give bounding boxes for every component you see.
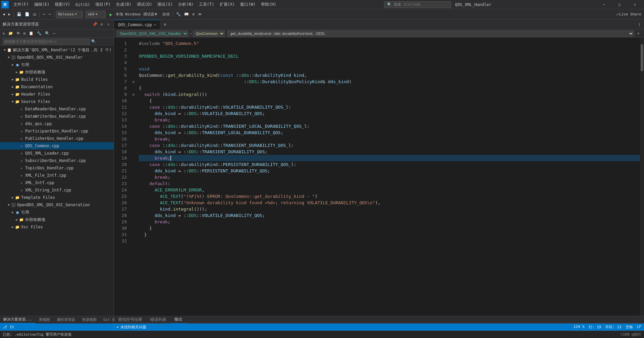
sb-collapse-icon[interactable]: ⊟ — [22, 30, 27, 37]
file-ddsqos[interactable]: ✦ dds_qos.cpp — [0, 120, 114, 127]
btab-output[interactable]: 输出 — [170, 316, 186, 323]
menu-debug[interactable]: 调试(D) — [134, 0, 155, 9]
toolbar-undo[interactable]: ↩ — [42, 11, 47, 18]
gutter-18 — [131, 149, 136, 155]
file-participantqos[interactable]: ✦ ParticipantQos_Handler.cpp — [0, 127, 114, 135]
file-qoscommon[interactable]: ✦ QOS_Common.cpp — [0, 142, 114, 150]
class-select[interactable]: QosCommon — [193, 31, 225, 37]
code-line-10: { — [139, 98, 640, 104]
btab-findsymbols[interactable]: 查找符号结果 — [114, 316, 146, 323]
tab-qoscommon[interactable]: QOS_Common.cpp ✕ — [114, 20, 160, 29]
menu-test[interactable]: 测试(S) — [155, 0, 175, 9]
sb-wrench-icon[interactable]: 🔧 — [36, 30, 43, 37]
file-subscriberqos[interactable]: ✦ SubscriberQos_Handler.cpp — [0, 157, 114, 164]
toolbar-save3[interactable]: 🗂 — [32, 11, 38, 18]
sb-show-all-icon[interactable]: 👁 — [15, 30, 21, 37]
menu-file[interactable]: 文件(F) — [11, 0, 32, 9]
header-files-folder[interactable]: ▶ 📁 Header Files — [0, 91, 114, 98]
global-search[interactable]: 🔍 搜索 (Ctrl+Q) — [384, 1, 451, 8]
ref-folder[interactable]: ▶ ■ 引用 — [0, 61, 114, 68]
sidebar-search-btn[interactable]: 🔍 — [91, 39, 96, 44]
gutter-26 — [131, 200, 136, 206]
toolbar-book[interactable]: 📖 — [183, 11, 190, 18]
tab-qoscommon-close[interactable]: ✕ — [154, 23, 156, 26]
sidebar-close-icon[interactable]: ✕ — [106, 22, 111, 27]
file-publisherqos[interactable]: ✦ PublisherQos_Handler.cpp — [0, 135, 114, 142]
maximize-button[interactable]: □ — [612, 0, 627, 9]
sb-tab-resview[interactable]: 资源视图 — [78, 316, 100, 324]
source-files-folder[interactable]: ▼ 📁 Source Files — [0, 98, 114, 105]
vertical-scrollbar[interactable] — [640, 38, 644, 316]
toolbar-save[interactable]: 💾 — [15, 11, 23, 18]
file-datareaderqos[interactable]: ✦ DataReaderQos_Handler.cpp — [0, 105, 114, 113]
git-branch-label: It — [10, 325, 14, 329]
menu-help[interactable]: 帮助(H) — [258, 0, 279, 9]
tab-scroll-right[interactable]: ⟩ — [635, 20, 644, 29]
sidebar-settings-icon[interactable]: ⚙ — [99, 22, 104, 27]
toolbar-tools[interactable]: 🔧 — [175, 11, 182, 18]
code-line-24: ACE_ERROR(LM_ERROR, — [139, 187, 640, 193]
file-topicqos[interactable]: ✦ TopicQos_Handler.cpp — [0, 164, 114, 172]
menu-edit[interactable]: 编辑(E) — [32, 0, 52, 9]
run-button[interactable]: ▶ — [108, 11, 114, 18]
new-tab-button[interactable]: ⊕ — [160, 20, 170, 29]
solution-root[interactable]: ▼ 📋 解决方案'QOS_XML_Handler'(2 个项目，共 2 个) — [0, 46, 114, 54]
documentation-folder[interactable]: ▶ 📁 Documentation — [0, 83, 114, 91]
live-share-button[interactable]: ↗ Live Share — [615, 11, 643, 18]
close-button[interactable]: ✕ — [627, 0, 643, 9]
config-dropdown[interactable]: Release ▼ — [56, 11, 83, 18]
sb-folder-icon[interactable]: 📁 — [7, 30, 14, 37]
file-xmlfileintf[interactable]: ✦ XML_File_Intf.cpp — [0, 172, 114, 179]
btab-errorlist[interactable]: 错误列表 — [146, 316, 170, 323]
file-datawriterqos[interactable]: ✦ DataWriterQos_Handler.cpp — [0, 113, 114, 120]
sb-tab-classview[interactable]: 类视图 — [36, 316, 53, 324]
code-line-20: case ::dds::durabilityKind::PERSISTENT_D… — [139, 161, 640, 168]
toolbar-save2[interactable]: 📄 — [23, 11, 31, 18]
method-select[interactable]: get_durability_kind(const ::dds::durabil… — [227, 31, 634, 37]
project2[interactable]: ▼ ⬛ OpenDDS_XML_QOS_XSC_Generation — [0, 201, 114, 209]
debugger-dropdown[interactable]: 本地 Windows 调试器 ▼ — [114, 11, 158, 18]
toolbar-forward[interactable]: ▶ — [7, 11, 12, 18]
menu-view[interactable]: 视图(V) — [52, 0, 73, 9]
project1[interactable]: ▼ ⬛ OpenDDS_QOS_XML_XSC_Handler — [0, 54, 114, 61]
nav-add-button[interactable]: + — [635, 31, 641, 37]
menu-project[interactable]: 项目(P) — [93, 0, 113, 9]
ext-deps2-folder[interactable]: ▶ 📁 外部依赖项 — [0, 216, 114, 223]
template-files-folder[interactable]: ▶ 📁 Template Files — [0, 194, 114, 201]
sb-tab-propman[interactable]: 属性管理器 — [53, 316, 78, 324]
code-content[interactable]: #include "QOS_Common.h" OPENDDS_BEGIN_VE… — [136, 38, 640, 316]
sb-properties-icon[interactable]: 📋 — [28, 30, 35, 37]
platform-dropdown[interactable]: x64 ▼ — [86, 11, 106, 18]
menu-analyze[interactable]: 分析(N) — [175, 0, 196, 9]
sidebar-toolbar: ↻ 📁 👁 ⊟ 📋 🔧 🔍 ⋯ — [0, 30, 114, 38]
menu-extensions[interactable]: 扩展(X) — [217, 0, 238, 9]
namespace-select[interactable]: OpenDDS_QOS_XML_XSC_Handler — [117, 31, 188, 37]
toolbar-redo[interactable]: ↪ — [47, 11, 52, 18]
sb-tab-solution[interactable]: 解决方案资源... — [0, 316, 36, 324]
toolbar-more[interactable]: ≫ — [197, 11, 203, 18]
file-qosxmlloader[interactable]: ✦ QOS_XML_Loader.cpp — [0, 150, 114, 157]
toolbar-sep2 — [40, 11, 40, 17]
menu-git[interactable]: Git(G) — [73, 1, 93, 8]
documentation-icon: 📁 — [15, 84, 20, 90]
sb-more-icon[interactable]: ⋯ — [52, 30, 57, 37]
minimize-button[interactable]: ─ — [596, 0, 612, 9]
build-files-folder[interactable]: ▶ 📁 Build Files — [0, 76, 114, 83]
menu-build[interactable]: 生成(B) — [113, 0, 134, 9]
sb-sync-icon[interactable]: ↻ — [1, 30, 6, 37]
sb-search-icon[interactable]: 🔍 — [44, 30, 51, 37]
toolbar-back[interactable]: ◀ — [1, 11, 6, 18]
gutter-20 — [131, 161, 136, 168]
file-xmlintf[interactable]: ✦ XML_Intf.cpp — [0, 179, 114, 186]
toolbar-debug-tools[interactable]: ⚙ — [191, 11, 196, 18]
sidebar-search-input[interactable] — [3, 39, 90, 45]
menu-tools[interactable]: 工具(T) — [196, 0, 217, 9]
xsc-files-folder[interactable]: ▶ 📁 Xsc Files — [0, 223, 114, 231]
pin-icon[interactable]: 📌 — [92, 22, 98, 27]
file-xmlstringintf[interactable]: ✦ XML_String_Intf.cpp — [0, 186, 114, 194]
scrollbar-thumb[interactable] — [641, 44, 643, 71]
ref2-folder[interactable]: ▶ ■ 引用 — [0, 209, 114, 216]
ext-deps-folder[interactable]: ▶ 📁 外部依赖项 — [0, 68, 114, 76]
zoom-label[interactable]: 124 % — [574, 325, 585, 330]
menu-window[interactable]: 窗口(W) — [237, 0, 258, 9]
